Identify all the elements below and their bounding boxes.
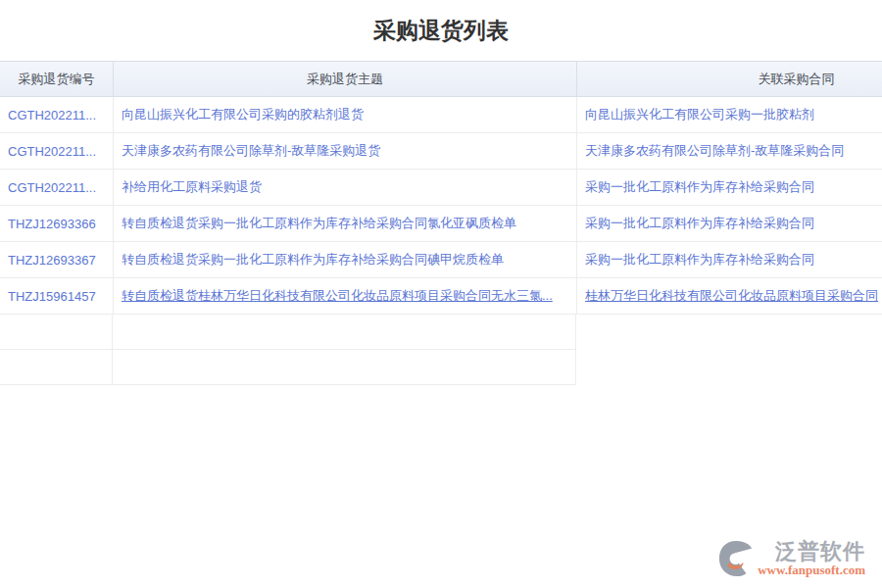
table-row: CGTH202211...向昆山振兴化工有限公司采购的胶粘剂退货向昆山振兴化工有…	[0, 97, 882, 133]
return-code-link[interactable]: CGTH202211...	[8, 180, 96, 195]
related-contract-link[interactable]: 采购一批化工原料作为库存补给采购合同	[585, 178, 814, 196]
return-subject-link[interactable]: 补给用化工原料采购退货	[122, 178, 262, 196]
return-subject-link[interactable]: 转自质检退货采购一批化工原料作为库存补给采购合同碘甲烷质检单	[122, 251, 504, 269]
table-body: CGTH202211...向昆山振兴化工有限公司采购的胶粘剂退货向昆山振兴化工有…	[0, 97, 882, 315]
page-title: 采购退货列表	[0, 16, 882, 45]
return-subject-link[interactable]: 向昆山振兴化工有限公司采购的胶粘剂退货	[122, 106, 364, 123]
table-cell: 向昆山振兴化工有限公司采购的胶粘剂退货	[113, 97, 576, 132]
return-subject-link[interactable]: 天津康多农药有限公司除草剂-敌草隆采购退货	[122, 142, 380, 160]
return-code-link[interactable]: THZJ12693366	[8, 217, 96, 231]
related-contract-link[interactable]: 桂林万华日化科技有限公司化妆品原料项目采购合同	[585, 287, 878, 305]
table-cell: THZJ15961457	[0, 278, 113, 314]
table-cell: 采购一批化工原料作为库存补给采购合同	[576, 206, 882, 241]
empty-table-row	[0, 350, 577, 385]
table-row: CGTH202211...补给用化工原料采购退货采购一批化工原料作为库存补给采购…	[0, 170, 882, 206]
empty-cell	[113, 350, 576, 385]
table-row: THZJ15961457转自质检退货桂林万华日化科技有限公司化妆品原料项目采购合…	[0, 278, 882, 315]
fanpu-watermark: 泛普软件 www.fanpusoft.com	[717, 540, 865, 577]
table-cell: CGTH202211...	[0, 97, 113, 132]
column-header-return-subject: 采购退货主题	[113, 62, 576, 96]
column-header-return-code: 采购退货编号	[0, 62, 113, 96]
table-cell: 采购一批化工原料作为库存补给采购合同	[576, 170, 882, 205]
return-code-link[interactable]: CGTH202211...	[8, 144, 96, 159]
watermark-text: 泛普软件 www.fanpusoft.com	[758, 540, 865, 577]
purchase-return-page: 采购退货列表 采购退货编号 采购退货主题 关联采购合同 CGTH202211..…	[0, 0, 882, 588]
table-cell: 采购一批化工原料作为库存补给采购合同	[576, 242, 882, 277]
table-cell: 补给用化工原料采购退货	[113, 170, 576, 205]
watermark-url: www.fanpusoft.com	[758, 564, 865, 577]
table-cell: THZJ12693366	[0, 206, 113, 241]
table-row: CGTH202211...天津康多农药有限公司除草剂-敌草隆采购退货天津康多农药…	[0, 133, 882, 170]
table-cell: 转自质检退货桂林万华日化科技有限公司化妆品原料项目采购合同无水三氯...	[113, 278, 576, 314]
return-subject-link[interactable]: 转自质检退货采购一批化工原料作为库存补给采购合同氯化亚砜质检单	[122, 215, 516, 232]
table-cell: 桂林万华日化科技有限公司化妆品原料项目采购合同	[576, 278, 882, 314]
table-cell: CGTH202211...	[0, 170, 113, 205]
empty-cell	[0, 350, 113, 385]
empty-cell	[0, 315, 113, 350]
related-contract-link[interactable]: 采购一批化工原料作为库存补给采购合同	[585, 251, 814, 269]
empty-table-row	[0, 315, 577, 350]
table-cell: CGTH202211...	[0, 133, 113, 169]
table-cell: 转自质检退货采购一批化工原料作为库存补给采购合同氯化亚砜质检单	[113, 206, 576, 241]
return-code-link[interactable]: THZJ15961457	[8, 289, 96, 304]
table-cell: THZJ12693367	[0, 242, 113, 277]
related-contract-link[interactable]: 天津康多农药有限公司除草剂-敌草隆采购合同	[585, 142, 844, 160]
table-cell: 转自质检退货采购一批化工原料作为库存补给采购合同碘甲烷质检单	[113, 242, 576, 277]
watermark-brand: 泛普软件	[775, 540, 865, 564]
table-empty-rows	[0, 315, 882, 385]
return-code-link[interactable]: THZJ12693367	[8, 253, 96, 268]
table-header-row: 采购退货编号 采购退货主题 关联采购合同	[0, 61, 882, 97]
related-contract-link[interactable]: 向昆山振兴化工有限公司采购一批胶粘剂	[585, 106, 814, 123]
fanpu-logo-icon	[717, 540, 755, 577]
table-cell: 向昆山振兴化工有限公司采购一批胶粘剂	[576, 97, 882, 132]
table-row: THZJ12693366转自质检退货采购一批化工原料作为库存补给采购合同氯化亚砜…	[0, 206, 882, 242]
related-contract-link[interactable]: 采购一批化工原料作为库存补给采购合同	[585, 215, 814, 232]
empty-cell	[113, 315, 576, 350]
return-subject-link[interactable]: 转自质检退货桂林万华日化科技有限公司化妆品原料项目采购合同无水三氯...	[122, 287, 553, 305]
purchase-return-table: 采购退货编号 采购退货主题 关联采购合同 CGTH202211...向昆山振兴化…	[0, 61, 882, 385]
return-code-link[interactable]: CGTH202211...	[8, 108, 96, 122]
table-row: THZJ12693367转自质检退货采购一批化工原料作为库存补给采购合同碘甲烷质…	[0, 242, 882, 278]
table-cell: 天津康多农药有限公司除草剂-敌草隆采购退货	[113, 133, 576, 169]
table-cell: 天津康多农药有限公司除草剂-敌草隆采购合同	[576, 133, 882, 169]
column-header-related-contract: 关联采购合同	[576, 62, 882, 96]
